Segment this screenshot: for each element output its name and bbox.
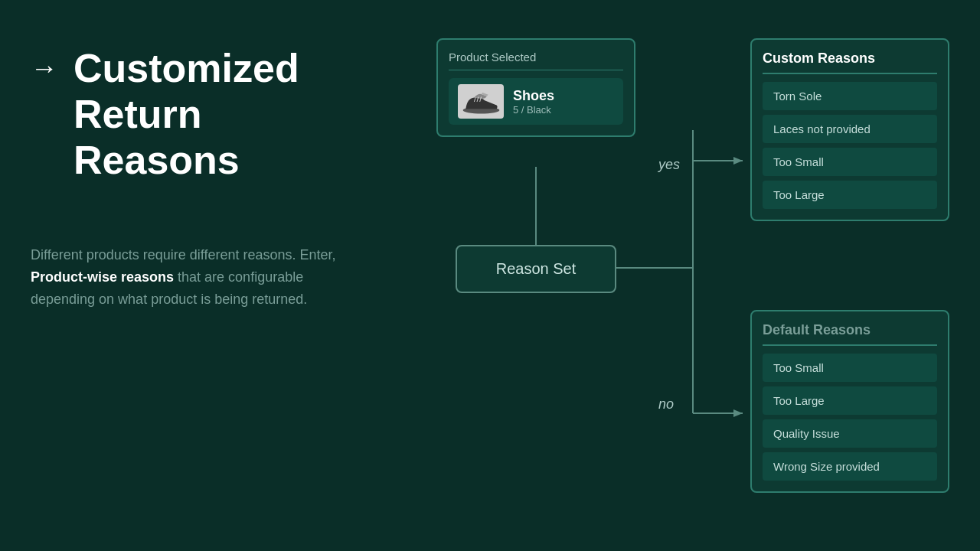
product-selected-label: Product Selected	[449, 51, 623, 70]
product-card: Shoes 5 / Black	[449, 78, 623, 125]
product-variant: 5 / Black	[513, 104, 554, 116]
yes-label: yes	[658, 157, 680, 173]
default-reasons-box: Default Reasons Too Small Too Large Qual…	[750, 310, 949, 493]
left-section: → Customized Return Reasons Different pr…	[31, 0, 398, 551]
custom-reason-item-4: Too Large	[763, 181, 937, 209]
shoe-image	[458, 84, 504, 119]
default-reasons-label: Default Reasons	[763, 322, 937, 346]
product-selected-box: Product Selected Shoes 5 / Black	[436, 38, 635, 137]
product-info: Shoes 5 / Black	[513, 88, 554, 116]
custom-reasons-box: Custom Reasons Torn Sole Laces not provi…	[750, 38, 949, 221]
custom-reasons-label: Custom Reasons	[763, 51, 937, 74]
svg-marker-5	[733, 157, 743, 165]
main-title: Customized Return Reasons	[74, 46, 299, 183]
custom-reason-item-1: Torn Sole	[763, 82, 937, 110]
default-reason-item-4: Wrong Size provided	[763, 452, 937, 481]
custom-reason-item-3: Too Small	[763, 148, 937, 176]
product-name: Shoes	[513, 88, 554, 104]
default-reason-item-2: Too Large	[763, 386, 937, 415]
default-reason-item-3: Quality Issue	[763, 419, 937, 448]
custom-reason-item-2: Laces not provided	[763, 115, 937, 143]
default-reason-item-1: Too Small	[763, 354, 937, 382]
description-text: Different products require different rea…	[31, 244, 360, 310]
svg-marker-7	[733, 409, 743, 417]
reason-set-box: Reason Set	[456, 245, 616, 293]
arrow-icon: →	[31, 52, 58, 84]
title-container: → Customized Return Reasons	[31, 46, 398, 183]
reason-set-label: Reason Set	[496, 260, 577, 278]
no-label: no	[658, 396, 674, 412]
diagram-section: Product Selected Shoes 5 / Black	[413, 38, 949, 528]
